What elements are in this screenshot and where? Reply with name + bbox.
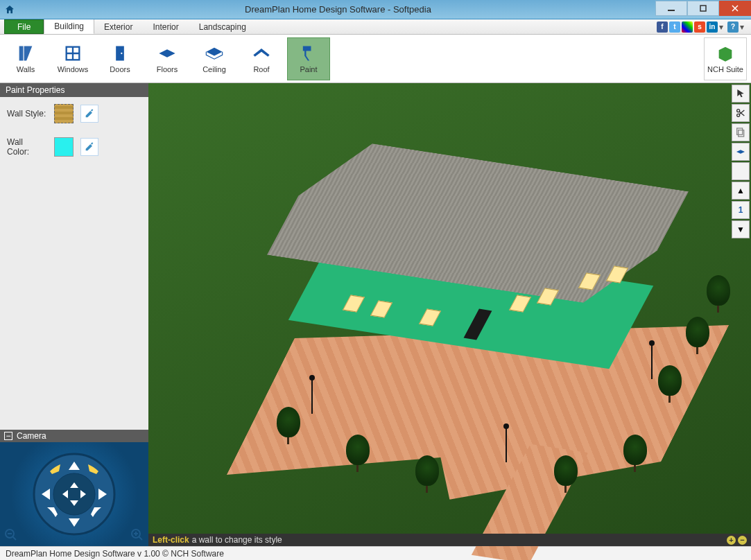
facebook-icon[interactable]: f — [657, 21, 668, 33]
properties-title: Paint Properties — [0, 83, 148, 97]
camera-header[interactable]: − Camera — [0, 430, 148, 442]
lamp — [311, 379, 313, 414]
wall-color-label: Wall Color: — [7, 137, 47, 157]
lamp — [651, 344, 653, 379]
statusbar: DreamPlan Home Design Software v 1.00 © … — [0, 546, 751, 560]
cube-tool[interactable] — [732, 162, 750, 180]
social-links: f t s in ▾ ? ▾ — [657, 19, 751, 34]
wall-style-row: Wall Style: — [0, 97, 148, 130]
wall-style-label: Wall Style: — [7, 109, 47, 119]
wall-color-eyedropper[interactable] — [80, 138, 98, 156]
camera-title: Camera — [17, 431, 46, 441]
zoom-plus[interactable]: + — [727, 536, 736, 545]
wall-style-swatch[interactable] — [54, 104, 74, 123]
box-icon — [716, 44, 735, 63]
ribbon-label: Ceiling — [202, 65, 226, 73]
ribbon-windows[interactable]: Windows — [51, 37, 94, 80]
svg-point-4 — [121, 53, 122, 54]
wall-icon — [16, 44, 35, 63]
svg-rect-0 — [668, 10, 675, 11]
svg-rect-1 — [700, 6, 706, 11]
wall-color-row: Wall Color: — [0, 130, 148, 164]
ribbon-walls[interactable]: Walls — [4, 37, 47, 80]
linkedin-icon[interactable]: in — [707, 21, 718, 33]
zoom-minus[interactable]: − — [738, 536, 747, 545]
stumbleupon-icon[interactable]: s — [694, 21, 705, 33]
home-icon — [4, 4, 15, 15]
floor-icon — [157, 44, 177, 63]
tree — [623, 435, 647, 472]
tab-building[interactable]: Building — [44, 19, 94, 34]
hint-bar: Left-click a wall to change its style + … — [148, 534, 751, 546]
status-text: DreamPlan Home Design Software v 1.00 © … — [6, 549, 224, 559]
ribbon-label: Paint — [300, 65, 317, 73]
wall-color-swatch[interactable] — [54, 137, 74, 157]
hint-text: a wall to change its style — [192, 535, 282, 545]
zoom-out-icon[interactable] — [4, 528, 18, 542]
camera-wheel[interactable] — [29, 449, 119, 539]
svg-point-6 — [53, 473, 95, 515]
floor-1-tool[interactable]: 1 — [732, 201, 750, 219]
ribbon-roof[interactable]: Roof — [240, 37, 283, 80]
tree — [554, 455, 578, 493]
camera-pad — [0, 442, 148, 546]
ribbon-label: Windows — [58, 65, 89, 73]
canvas[interactable]: ▲ 1 ▼ Left-click a wall to change its st… — [148, 83, 751, 546]
down-arrow-tool[interactable]: ▼ — [732, 220, 750, 238]
menubar: File Building Exterior Interior Landscap… — [0, 19, 751, 35]
social-dropdown-icon[interactable]: ▾ — [719, 22, 726, 32]
roof-icon — [252, 44, 271, 63]
workspace: Paint Properties Wall Style: Wall Color:… — [0, 83, 751, 546]
ribbon-paint[interactable]: Paint — [287, 37, 330, 80]
tree — [277, 407, 300, 444]
ribbon-label: Doors — [110, 65, 130, 73]
tree — [346, 435, 370, 472]
ribbon-ceiling[interactable]: Ceiling — [193, 37, 236, 80]
camera-panel: − Camera — [0, 430, 148, 546]
help-dropdown-icon[interactable]: ▾ — [740, 22, 747, 32]
maximize-button[interactable] — [687, 1, 719, 16]
tab-landscaping[interactable]: Landscaping — [189, 19, 257, 34]
hint-emphasis: Left-click — [153, 535, 189, 545]
right-toolbar: ▲ 1 ▼ — [732, 85, 750, 238]
lamp — [506, 428, 507, 462]
zoom-in-icon[interactable] — [130, 528, 144, 542]
tree — [707, 275, 730, 313]
pointer-tool[interactable] — [732, 85, 750, 103]
window-controls — [655, 3, 751, 16]
ribbon-floors[interactable]: Floors — [146, 37, 189, 80]
close-button[interactable] — [719, 1, 751, 16]
ribbon: Walls Windows Doors Floors Ceiling Roof … — [0, 35, 751, 83]
file-menu[interactable]: File — [4, 19, 44, 34]
minimize-button[interactable] — [655, 1, 687, 16]
scissors-tool[interactable] — [732, 104, 750, 122]
up-arrow-tool[interactable]: ▲ — [732, 182, 750, 200]
sidebar: Paint Properties Wall Style: Wall Color:… — [0, 83, 148, 546]
svg-rect-12 — [737, 128, 743, 134]
svg-rect-3 — [116, 46, 124, 61]
tree — [658, 365, 682, 403]
ribbon-label: Walls — [17, 65, 35, 73]
plane-tool[interactable] — [732, 143, 750, 161]
google-plus-icon[interactable] — [682, 21, 693, 33]
svg-rect-11 — [739, 130, 744, 137]
ceiling-icon — [205, 44, 224, 63]
ribbon-doors[interactable]: Doors — [98, 37, 141, 80]
ribbon-label: Roof — [253, 65, 269, 73]
wall-style-eyedropper[interactable] — [80, 105, 98, 123]
titlebar: DreamPlan Home Design Software - Softped… — [0, 0, 751, 19]
tab-interior[interactable]: Interior — [143, 19, 189, 34]
ribbon-label: Floors — [157, 65, 178, 73]
twitter-icon[interactable]: t — [669, 21, 680, 33]
tree — [415, 455, 439, 493]
tab-exterior[interactable]: Exterior — [94, 19, 143, 34]
collapse-icon[interactable]: − — [4, 432, 12, 440]
window-title: DreamPlan Home Design Software - Softped… — [21, 4, 655, 15]
paint-icon — [299, 44, 318, 63]
window-icon — [63, 44, 83, 63]
ribbon-label: NCH Suite — [707, 65, 743, 73]
copy-tool[interactable] — [732, 123, 750, 141]
tree — [686, 317, 709, 354]
ribbon-nch-suite[interactable]: NCH Suite — [704, 37, 747, 80]
help-icon[interactable]: ? — [727, 21, 739, 33]
